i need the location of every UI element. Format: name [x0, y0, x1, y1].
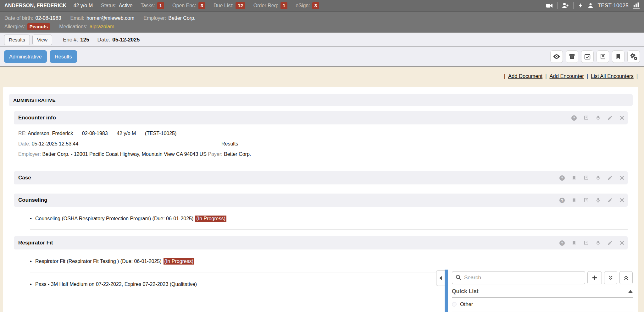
add-document-link[interactable]: Add Document [508, 73, 542, 79]
date-label: Date: [18, 141, 30, 146]
book-icon[interactable] [580, 194, 592, 207]
counseling-header: Counseling ? [14, 194, 628, 207]
pencil-icon[interactable] [604, 236, 616, 249]
pipe: | [545, 73, 547, 79]
enc-date-label: Date: [97, 37, 110, 43]
pencil-icon[interactable] [604, 194, 616, 207]
encounter-tab-bar: Results View Enc #: 125 Date: 05-12-2025 [0, 32, 644, 47]
open-enc-counter[interactable]: Open Enc: 3 [172, 2, 205, 9]
tasks-badge[interactable]: 1 [157, 2, 164, 9]
lightning-icon[interactable] [578, 2, 583, 9]
radio-icon[interactable] [452, 302, 457, 307]
tasks-label: Tasks: [141, 3, 155, 8]
list-all-encounters-link[interactable]: List All Encounters [591, 73, 634, 79]
case-header: Case ? [14, 171, 628, 184]
person-add-icon[interactable] [562, 2, 569, 9]
administrative-button[interactable]: Administrative [4, 50, 47, 63]
close-icon[interactable] [616, 236, 628, 249]
tab-view[interactable]: View [32, 35, 52, 45]
patient-age-sex: 42 y/o M [74, 3, 93, 8]
counseling-item[interactable]: Counseling (OSHA Respiratory Protection … [30, 216, 628, 222]
book-icon[interactable] [580, 171, 592, 184]
help-icon[interactable]: ? [556, 171, 568, 184]
patient-name[interactable]: ANDERSON, FREDERICK [4, 3, 67, 8]
due-list-label: Due List: [214, 3, 233, 8]
collapse-panel-button[interactable] [436, 270, 445, 286]
close-icon[interactable] [616, 111, 628, 124]
order-req-badge[interactable]: 1 [280, 2, 287, 9]
expand-all-button[interactable] [604, 271, 617, 284]
allergy-badge[interactable]: Peanuts [27, 23, 50, 30]
quick-list-item-other[interactable]: Other [452, 301, 633, 311]
gears-icon[interactable] [627, 50, 640, 63]
search-input[interactable] [452, 271, 585, 284]
dob-label: Date of birth: [4, 15, 33, 21]
respirator-fit-header: Respirator Fit ? [14, 236, 628, 249]
microphone-icon[interactable] [592, 171, 604, 184]
logged-in-user-id[interactable]: TEST-10025 [598, 3, 629, 9]
chart-toolbar [550, 50, 640, 63]
section-header-icons: ? [556, 194, 628, 207]
due-list-badge[interactable]: 12 [236, 2, 245, 9]
help-icon[interactable]: ? [556, 194, 568, 207]
results-button[interactable]: Results [50, 50, 77, 63]
add-encounter-link[interactable]: Add Encounter [549, 73, 584, 79]
add-button[interactable] [587, 271, 602, 284]
medication-value[interactable]: alprazolam [90, 24, 114, 30]
book-icon[interactable] [580, 236, 592, 249]
status-value: Active [119, 3, 133, 8]
date-value: 05-12-2025 12:53:44 [32, 141, 79, 146]
esign-badge[interactable]: 3 [312, 2, 319, 9]
encounter-info-content: RE: Anderson, Frederick 02-08-1983 42 y/… [14, 124, 628, 162]
respirator-fit-item[interactable]: Respirator Fit (Respirator Fit Testing )… [30, 258, 628, 265]
administrative-section-header: ADMINISTRATIVE [9, 94, 633, 106]
close-icon[interactable] [616, 171, 628, 184]
section-header-icons: ? [568, 111, 628, 124]
video-camera-icon[interactable] [546, 2, 553, 9]
microphone-icon[interactable] [592, 111, 604, 124]
bookmark-icon[interactable] [612, 50, 625, 63]
in-progress-badge: (In Progress) [164, 258, 194, 265]
employer-value: Better Corp. [168, 15, 195, 21]
tasks-counter[interactable]: Tasks: 1 [141, 2, 164, 9]
help-icon[interactable]: ? [568, 111, 580, 124]
eye-icon[interactable] [550, 50, 563, 63]
calendar-check-icon[interactable] [581, 50, 594, 63]
in-progress-badge: (In Progress) [195, 216, 226, 222]
archive-icon[interactable] [566, 50, 578, 63]
date-line: Date: 05-12-2025 12:53:44 Results [18, 139, 628, 149]
medications-label: Medications: [59, 24, 87, 30]
book-icon[interactable] [580, 111, 592, 124]
open-enc-label: Open Enc: [172, 3, 196, 8]
open-enc-badge[interactable]: 3 [198, 2, 205, 9]
bookmark-icon[interactable] [568, 171, 580, 184]
help-icon[interactable]: ? [556, 236, 568, 249]
counseling-items: Counseling (OSHA Respiratory Protection … [14, 216, 628, 230]
divider [557, 2, 558, 9]
section-title: Counseling [18, 197, 47, 203]
svg-text:?: ? [561, 198, 564, 202]
microphone-icon[interactable] [592, 194, 604, 207]
bookmark-icon[interactable] [568, 236, 580, 249]
book-icon[interactable] [597, 50, 609, 63]
order-req-counter[interactable]: Order Req: 1 [253, 2, 287, 9]
payer-value: Better Corp. [224, 151, 251, 157]
bookmark-icon[interactable] [568, 194, 580, 207]
case-section: Case ? [14, 171, 628, 184]
collapse-all-button[interactable] [619, 271, 633, 284]
encounter-info-section: Encounter info ? RE: Anderson, Frederick… [14, 111, 628, 162]
pencil-icon[interactable] [604, 171, 616, 184]
quick-list-header[interactable]: Quick List [452, 288, 633, 298]
tab-results[interactable]: Results [4, 35, 30, 45]
section-title: Case [18, 175, 31, 181]
microphone-icon[interactable] [592, 236, 604, 249]
pipe: | [636, 73, 638, 79]
close-icon[interactable] [616, 194, 628, 207]
quick-list-body: Quick List Other [448, 270, 638, 312]
pencil-icon[interactable] [604, 111, 616, 124]
due-list-counter[interactable]: Due List: 12 [214, 2, 245, 9]
re-id: (TEST-10025) [145, 131, 176, 136]
esign-counter[interactable]: eSign: 3 [296, 2, 319, 9]
bar-chart-icon[interactable] [633, 2, 640, 9]
status-label: Status: [101, 3, 117, 8]
